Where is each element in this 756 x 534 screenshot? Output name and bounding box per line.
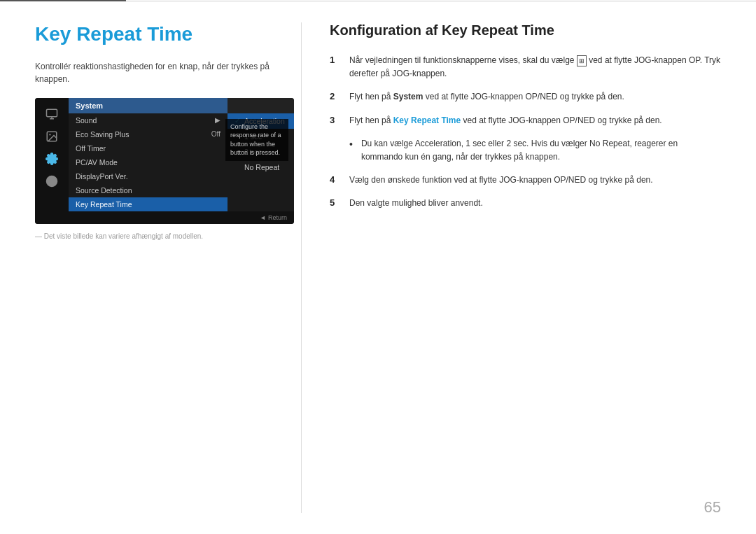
bullet-text: Du kan vælge Acceleration, 1 sec eller 2… — [361, 137, 721, 164]
menu-item-source[interactable]: Source Detection — [69, 183, 227, 197]
steps-list: 1 Når vejledningen til funktionsknappern… — [330, 54, 721, 211]
monitor-mockup: System Sound ▶ Eco Saving Plus Off — [35, 98, 294, 224]
menu-item-value-eco: Off — [211, 130, 220, 138]
step-4: 4 Vælg den ønskede funktion ved at flytt… — [330, 174, 721, 187]
step-2: 2 Flyt hen på System ved at flytte JOG-k… — [330, 90, 721, 104]
return-label: Return — [268, 214, 287, 221]
section-title: Konfiguration af Key Repeat Time — [330, 22, 721, 38]
menu-item-keyrepeat[interactable]: Key Repeat Time — [69, 197, 227, 211]
menu-item-label-pcav: PC/AV Mode — [76, 158, 118, 167]
bullet-bold3: 2 sec — [506, 139, 526, 148]
step-3-text: Flyt hen på Key Repeat Time ved at flytt… — [349, 114, 662, 127]
monitor-main-row: System Sound ▶ Eco Saving Plus Off — [35, 98, 294, 211]
page-number: 65 — [704, 498, 721, 517]
bullet-bold2: 1 sec — [465, 139, 486, 148]
step-5-text: Den valgte mulighed bliver anvendt. — [349, 197, 483, 210]
content-area: Key Repeat Time Kontrollér reaktionshast… — [0, 1, 756, 534]
icon-gear[interactable] — [39, 148, 64, 169]
icon-picture[interactable] — [39, 126, 64, 147]
return-bar: ◄ Return — [35, 211, 294, 224]
icon-monitor[interactable] — [39, 104, 64, 125]
step-1-number: 1 — [330, 55, 341, 65]
bullet-dot: • — [349, 137, 353, 152]
subtitle-text: Kontrollér reaktionshastigheden for en k… — [35, 60, 273, 85]
step-1-text: Når vejledningen til funktionsknapperne … — [349, 54, 721, 80]
step-3-number: 3 — [330, 115, 341, 125]
svg-rect-0 — [47, 109, 57, 117]
footnote: ― Det viste billede kan variere afhængig… — [35, 232, 273, 240]
menu-item-displayport[interactable]: DisplayPort Ver. — [69, 169, 227, 183]
tooltip-text: Configure the response rate of a button … — [230, 123, 281, 157]
menu-col: System Sound ▶ Eco Saving Plus Off — [69, 98, 227, 211]
menu-item-sound[interactable]: Sound ▶ — [69, 113, 227, 127]
icon-bar — [35, 98, 69, 211]
step-3-bold: Key Repeat Time — [393, 115, 461, 125]
step-2-number: 2 — [330, 91, 341, 101]
grid-icon: ⊞ — [577, 55, 587, 66]
icon-info[interactable] — [39, 171, 64, 192]
return-button[interactable]: ◄ Return — [260, 214, 287, 221]
return-arrow-icon: ◄ — [260, 214, 266, 221]
menu-item-label: Sound — [76, 116, 97, 125]
menu-item-offtimer[interactable]: Off Timer — [69, 141, 227, 155]
tooltip-box: Configure the response rate of a button … — [225, 119, 288, 161]
menu-item-label-off: Off Timer — [76, 144, 106, 153]
left-column: Key Repeat Time Kontrollér reaktionshast… — [35, 22, 301, 513]
step-2-text: Flyt hen på System ved at flytte JOG-kna… — [349, 90, 624, 104]
step-2-bold: System — [393, 92, 424, 101]
step-5: 5 Den valgte mulighed bliver anvendt. — [330, 197, 721, 210]
right-column: Konfiguration af Key Repeat Time 1 Når v… — [301, 22, 721, 513]
menu-list: Sound ▶ Eco Saving Plus Off Off Timer — [69, 113, 227, 211]
submenu-label-norepeat: No Repeat — [244, 163, 279, 171]
step-5-number: 5 — [330, 197, 341, 208]
menu-header: System — [69, 98, 227, 113]
menu-item-label-source: Source Detection — [76, 186, 132, 195]
step-4-number: 4 — [330, 174, 341, 185]
svg-point-4 — [49, 134, 50, 135]
step-1: 1 Når vejledningen til funktionsknappern… — [330, 54, 721, 80]
bullet-item: • Du kan vælge Acceleration, 1 sec eller… — [349, 137, 721, 164]
menu-item-label-displayport: DisplayPort Ver. — [76, 172, 128, 181]
menu-item-label-keyrepeat: Key Repeat Time — [76, 200, 132, 209]
step-3: 3 Flyt hen på Key Repeat Time ved at fly… — [330, 114, 721, 127]
page-title: Key Repeat Time — [35, 22, 273, 46]
bullet-bold1: Acceleration — [415, 139, 461, 148]
step-4-text: Vælg den ønskede funktion ved at flytte … — [349, 174, 653, 187]
bullet-bold4: No Repeat — [589, 139, 629, 148]
menu-item-eco[interactable]: Eco Saving Plus Off — [69, 127, 227, 141]
page-container: Key Repeat Time Kontrollér reaktionshast… — [0, 0, 756, 534]
menu-item-value-sound: ▶ — [215, 116, 220, 124]
menu-item-label-eco: Eco Saving Plus — [76, 130, 129, 139]
menu-item-pcav[interactable]: PC/AV Mode — [69, 155, 227, 169]
submenu-item-norepeat[interactable]: No Repeat — [227, 160, 294, 175]
